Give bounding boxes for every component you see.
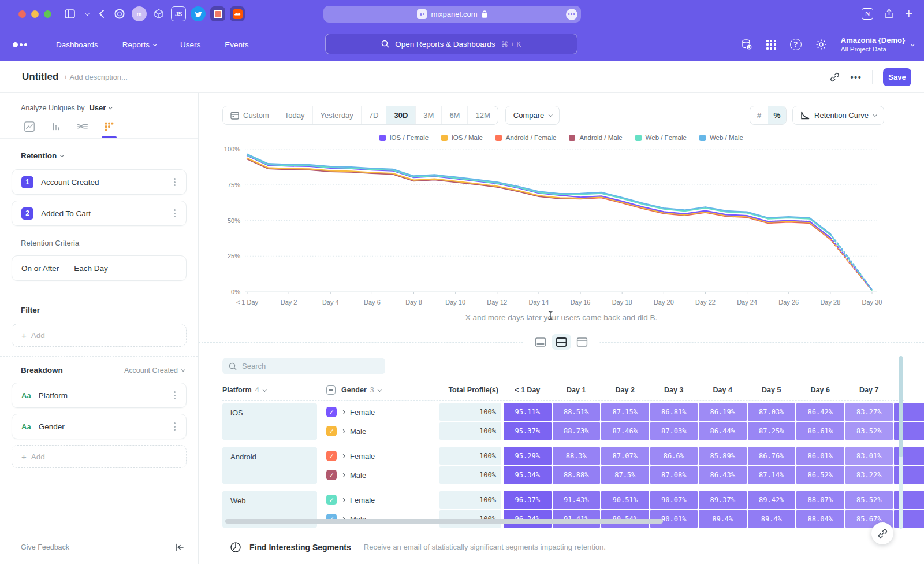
horizontal-scrollbar[interactable] [225,519,663,524]
gender-cell[interactable]: ✓Female [326,403,439,421]
cube-favicon[interactable] [151,6,166,21]
expand-chevron-icon[interactable] [341,429,345,433]
retention-cell[interactable]: 90.07% [650,491,698,509]
vertical-scrollbar[interactable] [899,356,903,529]
retention-cell[interactable] [894,491,924,509]
compare-button[interactable]: Compare [505,106,560,125]
range-button-3m[interactable]: 3M [415,106,441,124]
retention-cell[interactable]: 96.37% [504,491,552,509]
range-button-12m[interactable]: 12M [467,106,497,124]
retention-cell[interactable]: 95.11% [504,403,552,421]
series-checkbox[interactable]: ✓ [326,407,337,417]
retention-step-card[interactable]: 1Account Created [12,169,187,195]
expand-chevron-icon[interactable] [341,473,345,477]
retention-cell[interactable]: 89.42% [748,491,796,509]
retention-cell[interactable]: 88.04% [796,510,844,528]
nav-item-events[interactable]: Events [225,40,248,49]
tab-insights-chart[interactable] [22,121,37,138]
legend-item[interactable]: Android / Female [495,134,557,141]
retention-cell[interactable]: 87.08% [650,466,698,484]
give-feedback-link[interactable]: Give Feedback [21,543,69,551]
retention-cell[interactable]: 87.14% [748,466,796,484]
retention-cell[interactable] [894,403,924,421]
retention-cell[interactable]: 86.43% [699,466,747,484]
retention-cell[interactable]: 95.29% [504,447,552,465]
layout-table-only-button[interactable] [573,334,592,350]
gender-cell[interactable]: ✓Male [326,466,439,484]
day-column-header[interactable]: Day 1 [552,386,601,394]
retention-cell[interactable] [894,422,924,440]
m-avatar-favicon[interactable]: m [132,6,147,21]
total-profiles-header[interactable]: Total Profile(s) [439,386,503,394]
data-management-icon[interactable] [741,39,752,50]
product-favicon[interactable] [210,6,225,21]
mixpanel-logo-icon[interactable] [13,42,33,47]
kebab-menu-icon[interactable] [172,389,178,402]
day-column-header[interactable]: Day 7 [845,386,894,394]
retention-cell[interactable]: 91.43% [553,491,601,509]
retention-criteria-card[interactable]: On or After Each Day [12,255,187,281]
retention-cell[interactable]: 95.34% [504,466,552,484]
gender-cell[interactable]: ✓Female [326,491,439,509]
copy-link-icon[interactable] [830,72,840,82]
range-button-yesterday[interactable]: Yesterday [312,106,361,124]
retention-cell[interactable]: 86.61% [796,422,844,440]
platform-column-header[interactable]: Platform 4 [222,386,326,394]
retention-cell[interactable]: 85.89% [699,447,747,465]
minimize-window-button[interactable] [31,10,39,18]
save-button[interactable]: Save [883,68,911,86]
help-icon[interactable]: ? [790,39,802,50]
analyze-entity-selector[interactable]: User [89,103,106,112]
retention-cell[interactable]: 86.19% [699,403,747,421]
retention-cell[interactable]: 86.6% [650,447,698,465]
retention-section-header[interactable]: Retention [0,151,198,160]
breakdown-card[interactable]: AaPlatform [12,383,187,408]
retention-cell[interactable]: 87.5% [601,466,649,484]
legend-item[interactable]: iOS / Female [379,134,429,141]
day-column-header[interactable]: < 1 Day [503,386,552,394]
retention-cell[interactable]: 88.88% [553,466,601,484]
retention-cell[interactable]: 87.46% [601,422,649,440]
bird-favicon[interactable] [191,6,206,21]
indeterminate-checkbox[interactable] [326,385,336,395]
retention-line-ios-male[interactable] [247,158,830,239]
legend-item[interactable]: Web / Male [699,134,743,141]
criteria-mode[interactable]: On or After [21,264,59,273]
kebab-menu-icon[interactable] [172,176,178,188]
unit-button-percent[interactable]: % [768,106,786,124]
settings-gear-icon[interactable] [815,39,827,50]
breakdown-event-selector[interactable]: Account Created [124,366,184,374]
nav-item-dashboards[interactable]: Dashboards [56,40,98,49]
legend-item[interactable]: Web / Female [635,134,687,141]
add-filter-button[interactable]: + Add [12,324,187,347]
back-icon[interactable] [99,9,105,18]
gender-cell[interactable]: ✓Male [326,422,439,440]
day-column-header[interactable]: Day 4 [698,386,747,394]
gender-column-header[interactable]: Gender 3 [326,385,439,395]
more-options-icon[interactable]: ••• [850,72,862,83]
add-description-field[interactable]: + Add description... [64,73,128,81]
retention-line-web-male[interactable] [247,154,830,234]
chevron-down-icon[interactable] [85,13,88,16]
retention-cell[interactable]: 88.51% [553,403,601,421]
series-checkbox[interactable]: ✓ [326,426,337,436]
retention-cell[interactable]: 90.51% [601,491,649,509]
legend-item[interactable]: iOS / Male [441,134,483,141]
find-segments-title[interactable]: Find Interesting Segments [249,543,351,552]
retention-cell[interactable]: 86.52% [796,466,844,484]
chart-type-selector[interactable]: Retention Curve [792,106,884,125]
sidebar-toggle-icon[interactable] [65,9,75,18]
retention-cell[interactable]: 88.73% [553,422,601,440]
retention-cell[interactable]: 87.07% [601,447,649,465]
range-button-30d[interactable]: 30D [386,106,415,124]
legend-item[interactable]: Android / Male [569,134,622,141]
retention-step-card[interactable]: 2Added To Cart [12,201,187,226]
layout-chart-only-button[interactable] [531,334,550,350]
breakdown-card[interactable]: AaGender [12,414,187,439]
retention-cell[interactable]: 86.01% [796,447,844,465]
unit-button-count[interactable]: # [750,106,768,124]
retention-cell[interactable]: 88.3% [553,447,601,465]
retention-cell[interactable] [894,447,924,465]
retention-cell[interactable]: 86.81% [650,403,698,421]
range-button-custom[interactable]: Custom [223,106,277,124]
